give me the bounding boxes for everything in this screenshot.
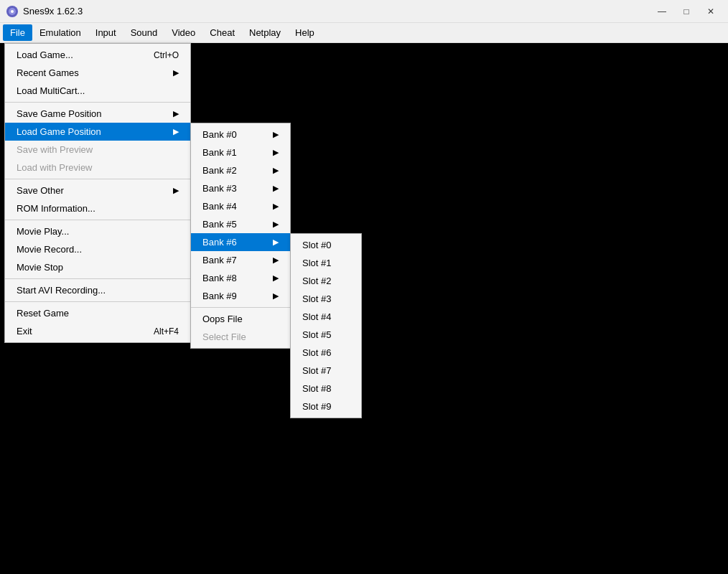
slot4[interactable]: Slot #4: [291, 308, 361, 326]
menu-help[interactable]: Help: [288, 24, 322, 41]
slot5[interactable]: Slot #5: [291, 326, 361, 344]
svg-point-2: [11, 10, 14, 13]
menu-load-game-position-wrap: Load Game Position ▶ Bank #0 ▶ Bank #1 ▶…: [5, 123, 190, 141]
menu-load-game-position[interactable]: Load Game Position ▶: [5, 123, 190, 141]
titlebar: Snes9x 1.62.3 — □ ✕: [0, 0, 728, 23]
submenu-bank7[interactable]: Bank #7 ▶: [191, 251, 290, 269]
window-title: Snes9x 1.62.3: [23, 6, 83, 17]
separator-2: [5, 179, 190, 179]
menubar: File Emulation Input Sound Video Cheat N…: [0, 23, 728, 43]
separator-1: [5, 102, 190, 103]
menu-input[interactable]: Input: [88, 24, 123, 41]
slot1[interactable]: Slot #1: [291, 254, 361, 272]
bank6-slots-submenu: Slot #0 Slot #1 Slot #2 Slot #3 Slot #4 …: [290, 233, 362, 418]
submenu-bank0[interactable]: Bank #0 ▶: [191, 126, 290, 144]
file-menu-dropdown: Load Game... Ctrl+O Recent Games ▶ Load …: [4, 43, 191, 343]
submenu-bank8[interactable]: Bank #8 ▶: [191, 269, 290, 287]
menu-reset-game[interactable]: Reset Game: [5, 304, 190, 322]
menu-save-game-position[interactable]: Save Game Position ▶: [5, 105, 190, 123]
separator-5: [5, 301, 190, 302]
menu-cheat[interactable]: Cheat: [202, 24, 242, 41]
slot2[interactable]: Slot #2: [291, 272, 361, 290]
slot3[interactable]: Slot #3: [291, 290, 361, 308]
slot0[interactable]: Slot #0: [291, 236, 361, 254]
separator-4: [5, 278, 190, 279]
menu-load-with-preview: Load with Preview: [5, 159, 190, 177]
menu-video[interactable]: Video: [164, 24, 202, 41]
menu-start-avi-recording[interactable]: Start AVI Recording...: [5, 281, 190, 299]
menu-load-multicart[interactable]: Load MultiCart...: [5, 82, 190, 100]
maximize-button[interactable]: □: [675, 3, 698, 20]
menu-sound[interactable]: Sound: [123, 24, 165, 41]
close-button[interactable]: ✕: [699, 3, 722, 20]
menu-movie-play[interactable]: Movie Play...: [5, 222, 190, 240]
slot8[interactable]: Slot #8: [291, 380, 361, 397]
menu-file[interactable]: File: [3, 24, 32, 41]
slot6[interactable]: Slot #6: [291, 344, 361, 362]
submenu-oops-file[interactable]: Oops File: [191, 310, 290, 328]
submenu-bank3[interactable]: Bank #3 ▶: [191, 179, 290, 197]
titlebar-controls: — □ ✕: [650, 3, 722, 20]
submenu-select-file: Select File: [191, 328, 290, 346]
slot7[interactable]: Slot #7: [291, 362, 361, 380]
titlebar-left: Snes9x 1.62.3: [6, 5, 83, 18]
menu-recent-games[interactable]: Recent Games ▶: [5, 64, 190, 82]
menu-load-game[interactable]: Load Game... Ctrl+O: [5, 46, 190, 64]
menu-rom-information[interactable]: ROM Information...: [5, 199, 190, 217]
submenu-bank5[interactable]: Bank #5 ▶: [191, 215, 290, 233]
menu-save-with-preview: Save with Preview: [5, 141, 190, 159]
submenu-bank2[interactable]: Bank #2 ▶: [191, 161, 290, 179]
app-icon: [6, 5, 19, 18]
menu-save-other[interactable]: Save Other ▶: [5, 182, 190, 199]
submenu-separator-1: [191, 307, 290, 308]
submenu-bank1[interactable]: Bank #1 ▶: [191, 144, 290, 161]
submenu-bank6[interactable]: Bank #6 ▶: [191, 233, 290, 251]
minimize-button[interactable]: —: [650, 3, 673, 20]
separator-3: [5, 220, 190, 220]
load-game-position-submenu: Bank #0 ▶ Bank #1 ▶ Bank #2 ▶ Bank #3 ▶ …: [190, 123, 291, 349]
submenu-bank9[interactable]: Bank #9 ▶: [191, 287, 290, 305]
menu-exit[interactable]: Exit Alt+F4: [5, 322, 190, 340]
menu-netplay[interactable]: Netplay: [242, 24, 288, 41]
submenu-bank4[interactable]: Bank #4 ▶: [191, 197, 290, 215]
menu-movie-record[interactable]: Movie Record...: [5, 240, 190, 258]
menu-emulation[interactable]: Emulation: [32, 24, 88, 41]
menu-movie-stop[interactable]: Movie Stop: [5, 258, 190, 276]
submenu-bank6-wrap: Bank #6 ▶ Slot #0 Slot #1 Slot #2 Slot #…: [191, 233, 290, 251]
slot9[interactable]: Slot #9: [291, 397, 361, 415]
